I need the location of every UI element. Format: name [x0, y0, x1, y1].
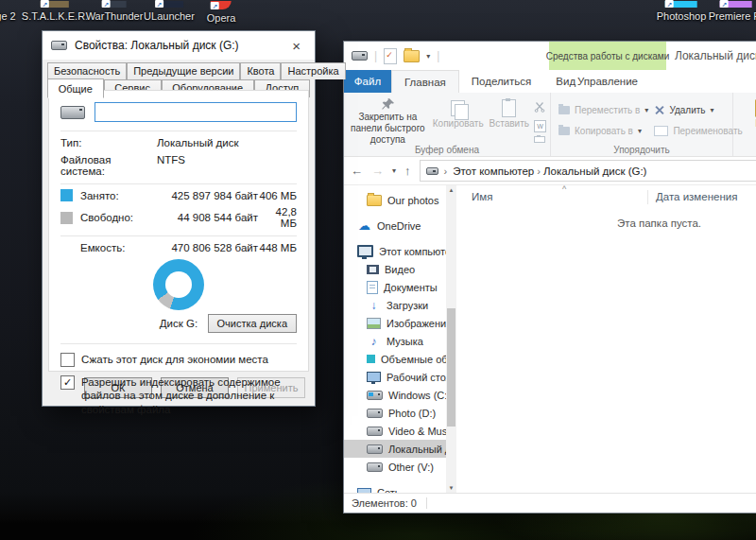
- sidebar-item[interactable]: Видео: [344, 260, 446, 278]
- dialog-tab[interactable]: Предыдущие версии: [127, 62, 240, 79]
- sidebar-item[interactable]: Video & Music (: [344, 422, 446, 440]
- disk-properties-dialog: Свойства: Локальный диск (G:) × Безопасн…: [42, 30, 316, 407]
- explorer-window: | ▾ | Средства работы с дисками Локальны…: [343, 41, 756, 514]
- checkbox[interactable]: [60, 353, 75, 367]
- dialog-tab[interactable]: Безопасность: [47, 62, 127, 79]
- drive-icon: [367, 427, 383, 436]
- desktop-icon-label: Premiere Pr: [709, 10, 756, 22]
- column-header-date[interactable]: Дата изменения: [648, 191, 737, 202]
- sidebar-item[interactable]: Документы: [344, 278, 446, 296]
- usage-row: Емкость:470 806 528 байт448 МБ: [60, 241, 297, 253]
- desktop-icon[interactable]: ge 2: [0, 1, 16, 22]
- sidebar-item[interactable]: Объемные объ: [344, 350, 446, 368]
- checkbox-label: Сжать этот диск для экономии места: [81, 353, 268, 366]
- move-to-button: Переместить в ▾: [558, 101, 648, 118]
- cube-icon: [367, 355, 375, 363]
- desktop-icon-label: ULauncher: [144, 10, 195, 22]
- scroll-up-icon[interactable]: ▲: [446, 187, 456, 193]
- explorer-body: Our photos☁OneDriveЭтот компьютерВидеоДо…: [344, 185, 756, 493]
- dialog-tab[interactable]: Квота: [240, 62, 281, 79]
- back-icon[interactable]: ←: [351, 164, 363, 178]
- pin-icon: [381, 97, 395, 112]
- sidebar-item[interactable]: Локальный дис: [344, 440, 446, 458]
- dialog-tab[interactable]: Настройка: [281, 62, 345, 79]
- disk-cleanup-button[interactable]: Очистка диска: [208, 314, 297, 333]
- ribbon: Закрепить на панели быстрого доступа Коп…: [344, 93, 756, 157]
- sidebar-item[interactable]: Photo (D:): [344, 404, 446, 422]
- sidebar-item[interactable]: Сеть: [344, 483, 446, 493]
- sidebar-item[interactable]: ↓Загрузки: [344, 296, 446, 314]
- desktop-background: { "desktop": { "icons": [ {"label": "ge …: [0, 0, 756, 540]
- sidebar-item[interactable]: ♪Музыка: [344, 332, 446, 350]
- chevron-down-icon[interactable]: ▾: [426, 52, 430, 61]
- pin-to-quick-access-button[interactable]: Закрепить на панели быстрого доступа: [346, 96, 430, 143]
- sidebar-item[interactable]: Windows (C:): [344, 386, 446, 404]
- volume-label-input[interactable]: [94, 102, 297, 122]
- breadcrumb-item[interactable]: Этот компьютер: [453, 165, 534, 177]
- legend-swatch: [60, 189, 73, 201]
- tab-file[interactable]: Файл: [344, 70, 391, 93]
- empty-folder-message: Эта папка пуста.: [617, 218, 701, 229]
- sidebar-item-label: Video & Music (: [388, 426, 446, 437]
- desktop-icon-label: Photoshop: [657, 10, 707, 22]
- rename-button: Переименовать: [654, 122, 742, 139]
- usage-bytes: 470 806 528 байт: [156, 242, 258, 253]
- checkbox-label: Разрешить индексировать содержимое файло…: [81, 375, 297, 416]
- sidebar-item-label: Музыка: [387, 336, 423, 347]
- chevron-down-icon[interactable]: ▾: [711, 106, 714, 114]
- sidebar-scrollbar[interactable]: ▲ ▼: [446, 185, 456, 493]
- ribbon-group-clipboard: Закрепить на панели быстрого доступа Коп…: [344, 93, 551, 156]
- tab-home[interactable]: Главная: [391, 70, 459, 93]
- index-checkbox-row[interactable]: ✓ Разрешить индексировать содержимое фай…: [60, 375, 297, 416]
- usage-row: Занято:425 897 984 байт406 МБ: [60, 189, 297, 201]
- properties-icon[interactable]: [384, 48, 397, 64]
- sidebar-item-label: Other (V:): [388, 462, 434, 473]
- column-header-name[interactable]: Имя: [456, 191, 647, 202]
- desktop-icon[interactable]: ↗ULauncher: [144, 1, 195, 22]
- divider: [60, 235, 297, 236]
- filesystem-row: Файловая система: NTFS: [60, 154, 297, 177]
- sidebar-item[interactable]: ☁OneDrive: [344, 217, 446, 235]
- scroll-down-icon[interactable]: ▼: [446, 485, 456, 491]
- usage-size: 42,8 МБ: [258, 206, 297, 229]
- desktop-icon[interactable]: ↗Photoshop: [657, 1, 707, 22]
- desktop-icon[interactable]: ↗Opera: [207, 1, 236, 24]
- up-icon[interactable]: ↑: [404, 164, 411, 178]
- checkbox[interactable]: ✓: [60, 375, 75, 390]
- breadcrumb-chevron-icon: ›: [444, 165, 448, 177]
- tab-share[interactable]: Поделиться: [459, 70, 544, 93]
- close-icon[interactable]: ×: [286, 38, 306, 54]
- chevron-down-icon[interactable]: ▾: [392, 166, 396, 175]
- breadcrumb: Этот компьютер › Локальный диск (G:): [453, 165, 646, 177]
- desktop-icon[interactable]: ↗WarThunder: [86, 1, 144, 22]
- new-folder-icon[interactable]: [404, 50, 420, 62]
- sidebar-item[interactable]: Our photos: [344, 191, 446, 209]
- desktop-icon[interactable]: ↗Premiere Pr: [709, 1, 756, 22]
- new-folder-button[interactable]: Нова папк: [741, 96, 756, 143]
- sidebar-item[interactable]: Рабочий стол: [344, 368, 446, 386]
- donut-hole: [165, 271, 192, 298]
- drive-icon: [60, 106, 85, 119]
- desktop-icon[interactable]: ↗S.T.A.L.K.E.R.: [22, 1, 88, 22]
- ribbon-group-new: Нова папк Со: [733, 93, 756, 156]
- sort-ascending-icon[interactable]: ^: [562, 184, 566, 194]
- sidebar-item[interactable]: Изображения: [344, 314, 446, 332]
- shortcut-arrow-icon: ↗: [665, 0, 674, 8]
- button-label: Переименовать: [673, 126, 742, 136]
- tab-manage[interactable]: Управление: [549, 70, 666, 93]
- field-value: NTFS: [157, 154, 185, 177]
- desktop-icon-label: WarThunder: [86, 10, 144, 22]
- quick-access-toolbar: | ▾ |: [352, 48, 439, 64]
- sidebar-item[interactable]: Other (V:): [344, 458, 446, 476]
- dialog-tab[interactable]: Общие: [47, 78, 104, 98]
- desktop-icon: [367, 372, 381, 382]
- compress-checkbox-row[interactable]: Сжать этот диск для экономии места: [60, 353, 297, 367]
- volume-label-row: [60, 98, 297, 131]
- address-breadcrumb[interactable]: › Этот компьютер › Локальный диск (G:): [420, 160, 756, 182]
- sidebar-item[interactable]: Этот компьютер: [344, 242, 446, 260]
- general-tab-page: Тип: Локальный диск Файловая система: NT…: [48, 90, 309, 372]
- cloud-icon: ☁: [357, 219, 371, 232]
- scrollbar-thumb[interactable]: [447, 308, 455, 427]
- breadcrumb-item[interactable]: Локальный диск (G:): [543, 165, 646, 177]
- delete-button[interactable]: Удалить ▾: [654, 101, 742, 118]
